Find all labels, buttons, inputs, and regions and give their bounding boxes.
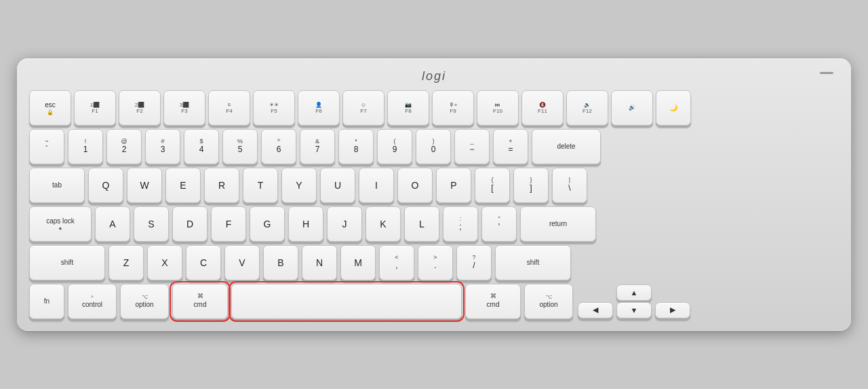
key-arrow-right[interactable]: ▶ — [655, 302, 690, 318]
arrow-cluster: ▲ ◀ ▼ ▶ — [578, 284, 690, 318]
brand-logo: logi — [29, 69, 839, 84]
key-option-right[interactable]: ⌥ option — [524, 284, 573, 319]
key-f8[interactable]: 📷 F8 — [387, 90, 429, 126]
key-t[interactable]: T — [243, 168, 278, 203]
key-p[interactable]: P — [436, 168, 471, 203]
key-bracket-r[interactable]: } ] — [513, 168, 549, 203]
key-f3[interactable]: 3⬛ F3 — [163, 90, 205, 126]
key-v[interactable]: V — [224, 245, 260, 280]
key-option-left[interactable]: ⌥ option — [120, 284, 169, 319]
key-2[interactable]: @ 2 — [106, 129, 142, 164]
key-arrow-left[interactable]: ◀ — [578, 302, 613, 318]
zxcv-row: shift Z X C V B N M < , > . ? / shift — [29, 245, 839, 280]
key-z[interactable]: Z — [108, 245, 144, 280]
key-k[interactable]: K — [366, 206, 401, 242]
key-backslash[interactable]: | \ — [552, 168, 587, 203]
key-arrow-down[interactable]: ▼ — [616, 302, 652, 318]
key-d[interactable]: D — [172, 206, 208, 242]
asdf-row: caps lock ● A S D F G H J K L : ; " ' re… — [29, 206, 839, 242]
key-o[interactable]: O — [397, 168, 433, 203]
key-g[interactable]: G — [250, 206, 285, 242]
number-row: ~ ` ! 1 @ 2 # 3 $ 4 % 5 — [29, 129, 839, 164]
bottom-row: fn ^ control ⌥ option ⌘ cmd ⌘ cmd ⌥ — [29, 284, 839, 319]
key-m[interactable]: M — [340, 245, 376, 280]
key-9[interactable]: ( 9 — [377, 129, 412, 164]
key-semicolon[interactable]: : ; — [443, 206, 478, 242]
top-indicator — [820, 72, 833, 74]
key-5[interactable]: % 5 — [222, 129, 258, 164]
key-q[interactable]: Q — [88, 168, 123, 203]
fn-row: esc 🔒 1⬛ F1 2⬛ F2 3⬛ F3 ≡ F4 ☀☀ F5 — [29, 90, 839, 126]
key-delete[interactable]: delete — [532, 129, 601, 164]
key-3[interactable]: # 3 — [145, 129, 180, 164]
key-7[interactable]: & 7 — [300, 129, 335, 164]
key-n[interactable]: N — [302, 245, 337, 280]
keyboard: logi esc 🔒 1⬛ F1 2⬛ F2 3⬛ F3 ≡ F4 — [17, 58, 851, 331]
key-quote[interactable]: " ' — [481, 206, 517, 242]
key-f11[interactable]: 🔇 F11 — [521, 90, 564, 126]
key-shift-left[interactable]: shift — [29, 245, 105, 280]
key-f10[interactable]: ⏭ F10 — [477, 90, 519, 126]
key-space[interactable] — [231, 284, 462, 319]
key-tab[interactable]: tab — [29, 168, 85, 203]
key-0[interactable]: ) 0 — [416, 129, 451, 164]
key-f13[interactable]: 🔊 — [611, 90, 653, 126]
key-minus[interactable]: _ − — [454, 129, 490, 164]
key-esc[interactable]: esc 🔒 — [29, 90, 71, 126]
key-cmd-left[interactable]: ⌘ cmd — [172, 284, 228, 319]
key-u[interactable]: U — [320, 168, 355, 203]
key-8[interactable]: * 8 — [338, 129, 374, 164]
key-6[interactable]: ^ 6 — [261, 129, 296, 164]
key-j[interactable]: J — [327, 206, 362, 242]
qwerty-row: tab Q W E R T Y U I O P { [ } ] | \ — [29, 168, 839, 203]
key-s[interactable]: S — [134, 206, 169, 242]
key-bracket-l[interactable]: { [ — [475, 168, 510, 203]
key-f4[interactable]: ≡ F4 — [208, 90, 250, 126]
key-f12[interactable]: 🔉 F12 — [566, 90, 608, 126]
key-return[interactable]: return — [520, 206, 596, 242]
key-backtick[interactable]: ~ ` — [29, 129, 64, 164]
key-i[interactable]: I — [359, 168, 394, 203]
key-h[interactable]: H — [288, 206, 323, 242]
key-4[interactable]: $ 4 — [184, 129, 219, 164]
key-y[interactable]: Y — [281, 168, 317, 203]
key-a[interactable]: A — [95, 206, 130, 242]
key-f2[interactable]: 2⬛ F2 — [119, 90, 161, 126]
key-f5[interactable]: ☀☀ F5 — [253, 90, 295, 126]
key-e[interactable]: E — [165, 168, 201, 203]
key-equals[interactable]: + = — [493, 129, 528, 164]
key-cmd-right[interactable]: ⌘ cmd — [465, 284, 521, 319]
key-capslock[interactable]: caps lock ● — [29, 206, 92, 242]
key-f7[interactable]: ☺ F7 — [342, 90, 384, 126]
key-comma[interactable]: < , — [379, 245, 414, 280]
key-x[interactable]: X — [147, 245, 182, 280]
key-b[interactable]: B — [263, 245, 298, 280]
key-f[interactable]: F — [211, 206, 246, 242]
key-control[interactable]: ^ control — [68, 284, 117, 319]
key-period[interactable]: > . — [418, 245, 453, 280]
key-w[interactable]: W — [127, 168, 162, 203]
key-lock[interactable]: 🌙 — [656, 90, 691, 126]
key-arrow-up[interactable]: ▲ — [616, 284, 652, 301]
key-f6[interactable]: 👤 F6 — [298, 90, 340, 126]
key-1[interactable]: ! 1 — [68, 129, 103, 164]
key-fn[interactable]: fn — [29, 284, 64, 319]
key-rows: esc 🔒 1⬛ F1 2⬛ F2 3⬛ F3 ≡ F4 ☀☀ F5 — [29, 90, 839, 319]
key-r[interactable]: R — [204, 168, 239, 203]
key-l[interactable]: L — [404, 206, 439, 242]
key-slash[interactable]: ? / — [456, 245, 492, 280]
key-c[interactable]: C — [186, 245, 221, 280]
key-f1[interactable]: 1⬛ F1 — [74, 90, 116, 126]
key-shift-right[interactable]: shift — [495, 245, 571, 280]
key-f9[interactable]: 🎙× F9 — [432, 90, 474, 126]
